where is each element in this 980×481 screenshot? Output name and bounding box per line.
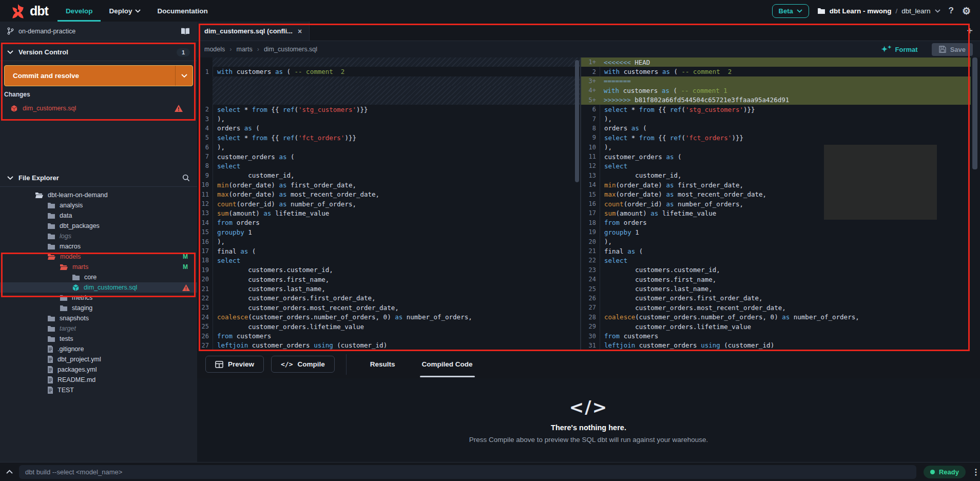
code-line[interactable]: 13 sum(amount) as lifetime_value [197, 208, 580, 218]
code-line[interactable]: 7), [581, 114, 971, 123]
diff-spacer-row[interactable] [197, 95, 580, 105]
code-line[interactable]: 17final as ( [197, 246, 580, 256]
code-line[interactable]: 15 group by 1 [197, 227, 580, 237]
code-line[interactable]: 22 select [581, 256, 971, 265]
code-line[interactable]: 8 select [197, 161, 580, 170]
tree-item-packages-yml[interactable]: packages.yml [0, 364, 197, 375]
tree-item-dbt-project-yml[interactable]: dbt_project.yml [0, 354, 197, 364]
tab-compiled-code[interactable]: Compiled Code [420, 350, 475, 378]
close-icon[interactable]: × [298, 27, 302, 35]
tree-item-models[interactable]: modelsM [0, 252, 197, 262]
commit-dropdown-button[interactable] [175, 66, 193, 86]
tree-item-marts[interactable]: martsM [0, 262, 197, 272]
nav-develop[interactable]: Develop [57, 0, 101, 22]
code-line[interactable]: 23 customer_orders.most_recent_order_dat… [197, 303, 580, 312]
right-scrollbar-thumb[interactable] [972, 57, 977, 169]
format-button[interactable]: ✦✦ Format [881, 45, 917, 54]
code-line[interactable]: 7customer_orders as ( [197, 152, 580, 161]
conflict-code-line[interactable]: 3+======= [581, 76, 971, 86]
chevron-up-icon[interactable] [0, 470, 19, 474]
breadcrumb-models[interactable]: models [204, 46, 225, 53]
tree-item-dim-customers-sql[interactable]: dim_customers.sql [0, 282, 197, 293]
code-line[interactable]: 4orders as ( [197, 124, 580, 133]
tree-item-staging[interactable]: staging [0, 303, 197, 313]
help-icon[interactable]: ? [949, 6, 954, 16]
tab-results[interactable]: Results [368, 350, 397, 378]
code-line[interactable]: 26 from customers [197, 331, 580, 340]
code-line[interactable]: 21 customers.last_name, [197, 284, 580, 293]
tree-item-dbt-learn-on-demand[interactable]: dbt-learn-on-demand [0, 190, 197, 200]
code-line[interactable]: 2 select * from {{ ref('stg_customers')}… [197, 105, 580, 114]
tree-item-core[interactable]: core [0, 272, 197, 282]
nav-documentation[interactable]: Documentation [149, 0, 216, 22]
code-line[interactable]: 21final as ( [581, 246, 971, 256]
code-line[interactable]: 20), [581, 237, 971, 246]
project-switcher[interactable]: dbt Learn - mwong / dbt_learn [817, 7, 940, 15]
diff-spacer-row[interactable] [197, 57, 580, 67]
diff-left-pane[interactable]: 1with customers as ( -- comment 22 selec… [197, 57, 581, 350]
save-button[interactable]: Save [932, 43, 973, 56]
tree-item-macros[interactable]: macros [0, 241, 197, 252]
search-icon[interactable] [182, 174, 190, 182]
code-line[interactable]: 1with customers as ( -- comment 2 [197, 67, 580, 76]
branch-selector[interactable]: on-demand-practice [0, 22, 197, 41]
code-line[interactable]: 18 select [197, 256, 580, 265]
preview-button[interactable]: Preview [205, 356, 264, 373]
code-line[interactable]: 2with customers as ( -- comment 2 [581, 67, 971, 76]
left-scrollbar-thumb[interactable] [575, 60, 579, 182]
breadcrumb-marts[interactable]: marts [236, 46, 252, 53]
tree-item-analysis[interactable]: analysis [0, 200, 197, 210]
code-line[interactable]: 14 from orders [197, 218, 580, 227]
tree-item-dbt-packages[interactable]: dbt_packages [0, 221, 197, 231]
conflict-code-line[interactable]: 4+with customers as ( -- comment 1 [581, 86, 971, 95]
code-line[interactable]: 6), [197, 143, 580, 152]
code-line[interactable]: 5 select * from {{ ref('fct_orders')}} [197, 133, 580, 142]
code-line[interactable]: 28 coalesce(customer_orders.number_of_or… [581, 313, 971, 322]
conflict-code-line[interactable]: 1+<<<<<<< HEAD [581, 57, 971, 67]
code-line[interactable]: 11 max(order_date) as most_recent_order_… [197, 189, 580, 199]
code-line[interactable]: 9 select * from {{ ref('fct_orders')}} [581, 133, 971, 142]
tab-dim-customers[interactable]: dim_customers.sql (confli... × [197, 22, 310, 41]
kebab-menu-icon[interactable]: ⋮ [972, 467, 980, 477]
code-line[interactable]: 8orders as ( [581, 124, 971, 133]
gear-icon[interactable]: ⚙ [962, 5, 971, 17]
code-line[interactable]: 22 customer_orders.first_order_date, [197, 294, 580, 303]
code-line[interactable]: 16), [197, 237, 580, 246]
code-line[interactable]: 26 customer_orders.first_order_date, [581, 294, 971, 303]
tree-item-metrics[interactable]: metrics [0, 293, 197, 303]
code-line[interactable]: 24 customers.first_name, [581, 275, 971, 284]
code-line[interactable]: 27 customer_orders.most_recent_order_dat… [581, 303, 971, 312]
compile-button[interactable]: </> Compile [271, 356, 335, 373]
code-line[interactable]: 23 customers.customer_id, [581, 265, 971, 275]
tree-item-test[interactable]: TEST [0, 385, 197, 395]
code-line[interactable]: 30 from customers [581, 331, 971, 340]
code-line[interactable]: 19 customers.customer_id, [197, 265, 580, 275]
tree-item-data[interactable]: data [0, 210, 197, 221]
nav-deploy[interactable]: Deploy [101, 0, 149, 22]
commit-and-resolve-button[interactable]: Commit and resolve [4, 65, 193, 86]
code-line[interactable]: 20 customers.first_name, [197, 275, 580, 284]
command-input[interactable]: dbt build --select <model_name> [19, 465, 916, 479]
tree-item-tests[interactable]: tests [0, 334, 197, 344]
code-line[interactable]: 10 min(order_date) as first_order_date, [197, 180, 580, 189]
code-line[interactable]: 6 select * from {{ ref('stg_customers')}… [581, 105, 971, 114]
diff-spacer-row[interactable] [197, 76, 580, 86]
changed-file-row[interactable]: dim_customers.sql [0, 102, 197, 115]
tree-item-snapshots[interactable]: snapshots [0, 313, 197, 323]
diff-spacer-row[interactable] [197, 86, 580, 95]
tree-item-logs[interactable]: logs [0, 231, 197, 241]
code-line[interactable]: 27 left join customer_orders using (cust… [197, 341, 580, 350]
beta-button[interactable]: Beta [772, 4, 809, 18]
code-line[interactable]: 12 count(order_id) as number_of_orders, [197, 199, 580, 208]
docs-book-icon[interactable] [181, 28, 190, 35]
code-line[interactable]: 24 coalesce(customer_orders.number_of_or… [197, 313, 580, 322]
file-explorer-header[interactable]: File Explorer [0, 169, 197, 187]
version-control-header[interactable]: Version Control 1 [0, 44, 197, 61]
editor-scrollbar[interactable] [971, 57, 979, 350]
code-line[interactable]: 25 customer_orders.lifetime_value [197, 322, 580, 331]
code-line[interactable]: 9 customer_id, [197, 171, 580, 180]
tree-item--gitignore[interactable]: .gitignore [0, 344, 197, 354]
tree-item-target[interactable]: target [0, 323, 197, 334]
new-tab-button[interactable]: + [959, 22, 980, 41]
breadcrumb-file[interactable]: dim_customers.sql [264, 46, 317, 53]
